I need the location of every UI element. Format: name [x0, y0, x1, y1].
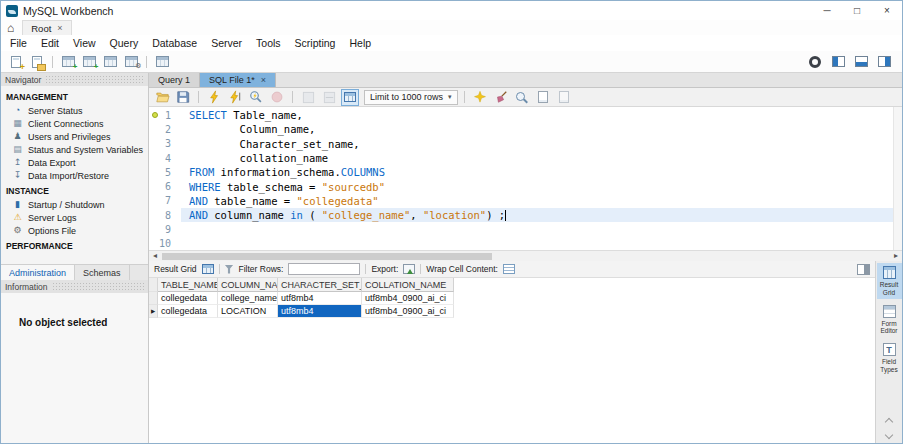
toggle-left-sidebar-icon[interactable]: [829, 53, 847, 70]
code-line-5[interactable]: 5FROM information_schema.COLUMNS: [149, 165, 902, 179]
create-procedure-icon[interactable]: [122, 53, 140, 70]
menu-query[interactable]: Query: [103, 37, 146, 49]
wrap-cell-content-icon[interactable]: [503, 264, 515, 274]
row-selector[interactable]: ▶: [149, 305, 158, 318]
menu-file[interactable]: File: [3, 37, 34, 49]
menu-edit[interactable]: Edit: [34, 37, 66, 49]
grid-cell[interactable]: college_name: [218, 292, 278, 305]
collapse-down-icon[interactable]: [880, 430, 898, 440]
side-panel-form-editor[interactable]: Form Editor: [877, 302, 902, 338]
beautify-script-icon[interactable]: [471, 89, 489, 106]
editor-horiz-scrollbar[interactable]: ◂ ▸: [149, 250, 902, 261]
column-header-collation-name[interactable]: COLLATION_NAME: [362, 278, 454, 292]
sidebar-item-label: Client Connections: [28, 119, 104, 129]
scroll-left-icon[interactable]: ◂: [150, 252, 160, 260]
close-button[interactable]: ×: [872, 1, 902, 20]
scroll-right-icon[interactable]: ▸: [891, 252, 901, 260]
toggle-autocommit-icon[interactable]: [341, 89, 359, 106]
code-line-9[interactable]: 9: [149, 222, 902, 236]
sql-code-editor[interactable]: 1SELECT Table_name,2 Column_name,3 Chara…: [149, 107, 902, 250]
sidebar-tab-administration[interactable]: Administration: [1, 265, 75, 280]
show-invisibles-icon[interactable]: [534, 89, 552, 106]
export-icon[interactable]: [403, 264, 415, 274]
menu-database[interactable]: Database: [145, 37, 204, 49]
code-line-7[interactable]: 7AND table_name = "collegedata": [149, 194, 902, 208]
save-icon[interactable]: [174, 89, 192, 106]
grid-icon[interactable]: [202, 264, 214, 274]
result-panel-toggle-icon[interactable]: [857, 264, 870, 275]
toolbar-separator: [52, 56, 53, 68]
sidebar-item-users-and-privileges[interactable]: ♟Users and Privileges: [1, 130, 148, 143]
maximize-button[interactable]: □: [842, 1, 872, 20]
wrap-text-icon[interactable]: [555, 89, 573, 106]
filter-funnel-icon[interactable]: [225, 265, 234, 274]
editor-tab-sql-file-1[interactable]: SQL File 1*×: [200, 73, 276, 87]
open-script-icon[interactable]: [28, 53, 46, 70]
connection-tab-root[interactable]: Root ×: [22, 20, 71, 35]
commit-icon[interactable]: [320, 89, 338, 106]
side-panel-field-types[interactable]: Field Types: [877, 340, 902, 376]
filter-rows-input[interactable]: [288, 263, 360, 275]
menu-help[interactable]: Help: [342, 37, 378, 49]
sidebar-tab-schemas[interactable]: Schemas: [75, 265, 130, 280]
find-icon[interactable]: [513, 89, 531, 106]
execute-statement-icon[interactable]: [226, 89, 244, 106]
column-header-table-name[interactable]: TABLE_NAME: [158, 278, 218, 292]
menu-scripting[interactable]: Scripting: [288, 37, 343, 49]
sidebar-item-client-connections[interactable]: ▦Client Connections: [1, 117, 148, 130]
code-line-1[interactable]: 1SELECT Table_name,: [149, 108, 902, 122]
limit-rows-dropdown[interactable]: Limit to 1000 rows ▾: [364, 90, 458, 105]
grid-cell[interactable]: collegedata: [158, 292, 218, 305]
collapse-up-icon[interactable]: [880, 417, 898, 427]
explain-plan-icon[interactable]: [247, 89, 265, 106]
create-table-icon[interactable]: [80, 53, 98, 70]
code-line-4[interactable]: 4 collation_name: [149, 151, 902, 165]
editor-tab-query-1[interactable]: Query 1: [149, 73, 200, 87]
toggle-right-sidebar-icon[interactable]: [875, 53, 893, 70]
close-connection-icon[interactable]: ×: [57, 23, 62, 33]
side-panel-result-grid[interactable]: Result Grid: [877, 263, 902, 299]
row-selector[interactable]: [149, 292, 158, 305]
grid-cell[interactable]: LOCATION: [218, 305, 278, 318]
sidebar-item-status-and-system-variables[interactable]: ▤Status and System Variables: [1, 143, 148, 156]
code-line-8[interactable]: 8AND column_name in ( "college_name", "l…: [149, 208, 902, 222]
menu-view[interactable]: View: [66, 37, 103, 49]
code-line-6[interactable]: 6WHERE table_schema = "sourcedb": [149, 179, 902, 193]
scrollbar-thumb[interactable]: [162, 253, 492, 260]
close-tab-icon[interactable]: ×: [261, 75, 266, 85]
column-header-column-name[interactable]: COLUMN_NAME: [218, 278, 278, 292]
code-token: WHERE: [189, 181, 221, 193]
sidebar-item-data-export[interactable]: ↥Data Export: [1, 156, 148, 169]
sidebar-item-data-import-restore[interactable]: ↧Data Import/Restore: [1, 169, 148, 182]
toggle-output-panel-icon[interactable]: [852, 53, 870, 70]
reconnect-server-icon[interactable]: [153, 53, 171, 70]
menu-tools[interactable]: Tools: [249, 37, 288, 49]
code-line-10[interactable]: 10: [149, 237, 902, 250]
execute-script-icon[interactable]: [205, 89, 223, 106]
menu-server[interactable]: Server: [204, 37, 249, 49]
sidebar-item-startup-shutdown[interactable]: ▮Startup / Shutdown: [1, 198, 148, 211]
code-line-2[interactable]: 2 Column_name,: [149, 122, 902, 136]
grid-cell[interactable]: utf8mb4: [278, 292, 362, 305]
toggle-stop-on-error-icon[interactable]: [299, 89, 317, 106]
stop-query-icon[interactable]: [268, 89, 286, 106]
code-line-3[interactable]: 3 Character_set_name,: [149, 137, 902, 151]
new-query-tab-icon[interactable]: [7, 53, 25, 70]
grid-cell[interactable]: utf8mb4_0900_ai_ci: [362, 292, 454, 305]
editor-vertical-scrollbar[interactable]: [893, 107, 902, 250]
minimize-button[interactable]: ─: [812, 1, 842, 20]
column-header-character-set-name[interactable]: CHARACTER_SET_NAME: [278, 278, 362, 292]
create-schema-icon[interactable]: [59, 53, 77, 70]
preferences-icon[interactable]: [806, 53, 824, 70]
sidebar-item-server-status[interactable]: ◔Server Status: [1, 104, 148, 117]
reformat-icon[interactable]: [492, 89, 510, 106]
create-view-icon[interactable]: [101, 53, 119, 70]
grid-cell[interactable]: collegedata: [158, 305, 218, 318]
sidebar-item-server-logs[interactable]: ⚠Server Logs: [1, 211, 148, 224]
home-icon[interactable]: ⌂: [7, 22, 14, 34]
grid-cell[interactable]: utf8mb4_0900_ai_ci: [362, 305, 454, 318]
sidebar-item-options-file[interactable]: ⚙Options File: [1, 224, 148, 237]
grid-cell[interactable]: utf8mb4: [278, 305, 362, 318]
code-text: AND table_name = "collegedata": [179, 195, 379, 207]
open-file-icon[interactable]: [153, 89, 171, 106]
